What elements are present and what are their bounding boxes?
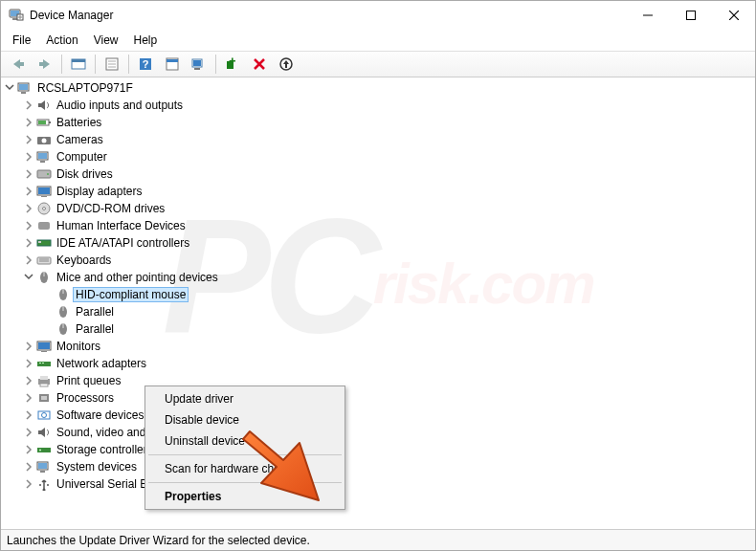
forward-button[interactable] — [33, 53, 57, 76]
expand-icon[interactable] — [22, 253, 35, 267]
tree-node[interactable]: Computer — [3, 148, 755, 165]
tree-node[interactable]: Processors — [3, 389, 755, 407]
add-legacy-button[interactable] — [220, 53, 245, 76]
expand-icon[interactable] — [22, 236, 35, 250]
minimize-button[interactable] — [626, 1, 669, 30]
device-category-icon — [35, 235, 53, 251]
tree-node[interactable]: DVD/CD-ROM drives — [3, 200, 755, 217]
expand-icon[interactable] — [22, 391, 35, 405]
expand-icon[interactable] — [22, 374, 35, 387]
tree-node[interactable]: Mice and other pointing devices — [3, 269, 755, 286]
expand-icon[interactable] — [22, 133, 35, 146]
device-category-icon — [35, 270, 53, 285]
tree-label: Network adapters — [55, 357, 148, 370]
expand-icon[interactable] — [22, 357, 35, 370]
expand-icon[interactable] — [22, 426, 35, 439]
svg-rect-76 — [40, 471, 45, 473]
ctx-disable-device[interactable]: Disable device — [147, 409, 343, 430]
menu-action[interactable]: Action — [38, 32, 85, 49]
device-category-icon — [35, 390, 53, 406]
svg-rect-64 — [42, 363, 44, 364]
expand-icon[interactable] — [22, 167, 35, 181]
menu-file[interactable]: File — [5, 32, 38, 49]
tree-node[interactable]: Human Interface Devices — [3, 217, 755, 234]
device-tree[interactable]: RCSLAPTOP971F Audio inputs and outputsBa… — [1, 77, 755, 529]
expand-icon[interactable] — [22, 219, 35, 232]
device-category-icon — [35, 459, 53, 474]
ctx-update-driver[interactable]: Update driver — [147, 388, 343, 409]
expand-icon[interactable] — [22, 116, 35, 129]
tree-node[interactable]: Parallel — [3, 320, 755, 338]
close-button[interactable] — [712, 1, 755, 30]
mouse-icon — [55, 321, 72, 337]
scan-button[interactable] — [187, 53, 211, 76]
ctx-separator — [148, 482, 342, 483]
tree-label: Human Interface Devices — [55, 219, 188, 232]
tree-node[interactable]: Keyboards — [3, 252, 755, 269]
mouse-icon — [55, 287, 72, 302]
expand-icon[interactable] — [22, 443, 35, 456]
expand-icon[interactable] — [22, 271, 35, 284]
tree-node[interactable]: Display adapters — [3, 183, 755, 200]
tree-node[interactable]: Disk drives — [3, 165, 755, 183]
tree-node[interactable]: Universal Serial Bus controllers — [3, 475, 755, 493]
svg-point-44 — [43, 208, 46, 210]
properties-button[interactable] — [100, 53, 124, 76]
expand-icon[interactable] — [22, 460, 35, 474]
toolbar-separator — [215, 55, 216, 74]
tree-node[interactable]: Parallel — [3, 303, 755, 320]
svg-rect-37 — [40, 161, 45, 163]
device-category-icon — [35, 218, 53, 233]
svg-rect-19 — [167, 59, 178, 62]
svg-rect-45 — [38, 222, 50, 230]
ctx-scan-hardware[interactable]: Scan for hardware changes — [147, 458, 343, 479]
tree-node[interactable]: Audio inputs and outputs — [3, 97, 755, 114]
tree-label: Storage controllers — [55, 443, 155, 456]
tree-node[interactable]: Storage controllers — [3, 441, 755, 458]
expand-icon[interactable] — [22, 477, 35, 491]
tree-node[interactable]: Network adapters — [3, 355, 755, 372]
expand-icon[interactable] — [22, 99, 35, 112]
svg-rect-29 — [21, 92, 26, 94]
menu-view[interactable]: View — [86, 32, 126, 49]
svg-rect-69 — [41, 396, 47, 400]
expand-icon[interactable] — [3, 81, 16, 95]
maximize-button[interactable] — [669, 1, 712, 30]
update-driver-button[interactable] — [160, 53, 185, 76]
disable-button[interactable] — [274, 53, 299, 76]
tree-node[interactable]: Cameras — [3, 131, 755, 148]
back-button[interactable] — [6, 53, 31, 76]
tree-node[interactable]: Print queues — [3, 372, 755, 389]
help-button[interactable]: ? — [133, 53, 158, 76]
device-manager-window: Device Manager File Action View Help ? — [0, 0, 756, 551]
tree-node[interactable]: IDE ATA/ATAPI controllers — [3, 234, 755, 252]
toolbar-separator — [95, 55, 96, 74]
svg-point-34 — [42, 139, 47, 143]
expand-icon[interactable] — [22, 202, 35, 215]
tree-node[interactable]: System devices — [3, 458, 755, 475]
svg-rect-62 — [37, 362, 51, 366]
tree-node[interactable]: Software devices — [3, 407, 755, 424]
tree-label: Monitors — [55, 340, 102, 353]
tree-node[interactable]: Batteries — [3, 114, 755, 131]
menu-help[interactable]: Help — [126, 32, 166, 49]
expand-icon[interactable] — [22, 150, 35, 164]
device-category-icon — [35, 356, 53, 371]
expand-icon[interactable] — [22, 340, 35, 353]
ctx-properties[interactable]: Properties — [147, 486, 343, 507]
expand-icon[interactable] — [22, 185, 35, 198]
expand-icon[interactable] — [22, 408, 35, 422]
svg-rect-2 — [12, 18, 17, 20]
tree-node-hid-mouse[interactable]: HID-compliant mouse — [3, 286, 755, 303]
show-hidden-button[interactable] — [66, 53, 91, 76]
tree-node[interactable]: Monitors — [3, 338, 755, 355]
tree-label: Batteries — [55, 116, 103, 129]
toolbar-separator — [61, 55, 62, 74]
svg-rect-21 — [193, 60, 201, 66]
ctx-uninstall-device[interactable]: Uninstall device — [147, 430, 343, 452]
uninstall-button[interactable] — [247, 53, 272, 76]
tree-label: Display adapters — [55, 185, 144, 198]
tree-label: Audio inputs and outputs — [55, 99, 185, 112]
tree-node[interactable]: Sound, video and game controllers — [3, 424, 755, 441]
tree-root[interactable]: RCSLAPTOP971F — [3, 79, 755, 97]
